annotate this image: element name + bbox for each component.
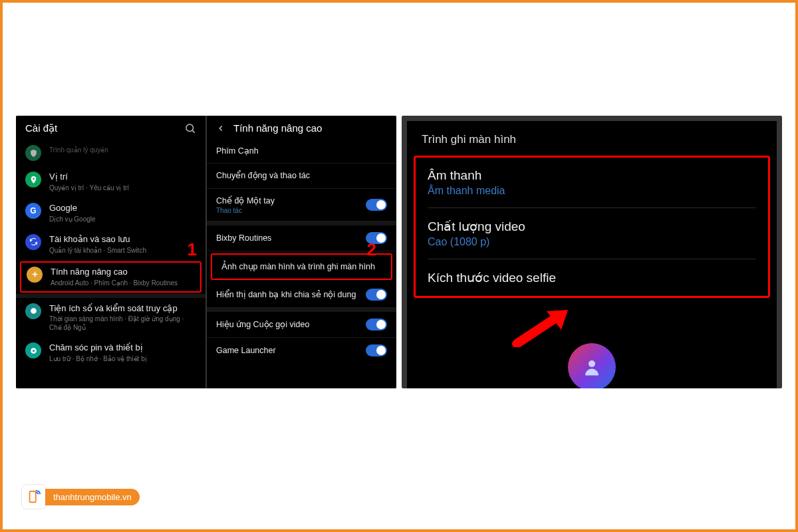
- watermark-text: thanhtrungmobile.vn: [45, 489, 140, 505]
- recorder-item-selfie-size[interactable]: Kích thước video selfie: [428, 259, 756, 296]
- settings-header: Cài đặt: [16, 116, 205, 140]
- svg-point-8: [589, 360, 595, 367]
- outer-frame: 1 2 Cài đặt Trình quản lý quyền Vị tríQu…: [0, 0, 798, 532]
- item-sub: Quyền vị trí · Yêu cầu vị trí: [49, 184, 196, 192]
- adv-item-onehand[interactable]: Chế độ Một tayThao tác: [207, 189, 396, 221]
- arrow-annotation-icon: [507, 307, 580, 347]
- item-sub: Android Auto · Phím Cạnh · Bixby Routine…: [51, 279, 195, 287]
- item-sub: Trình quản lý quyền: [49, 146, 196, 154]
- recorder-screen: Trình ghi màn hình Âm thanh Âm thanh med…: [407, 121, 777, 388]
- toggle-switch[interactable]: [366, 289, 387, 301]
- content-row: 1 2 Cài đặt Trình quản lý quyền Vị tríQu…: [16, 116, 787, 388]
- battery-icon: [25, 342, 41, 358]
- item-title: Game Launcher: [216, 345, 366, 356]
- item-title: Tiện ích số và kiểm soát truy cập: [49, 303, 196, 315]
- left-panel: 1 2 Cài đặt Trình quản lý quyền Vị tríQu…: [16, 116, 396, 388]
- google-icon: G: [25, 203, 41, 219]
- item-sub: Lưu trữ · Bộ nhớ · Bảo vệ thiết bị: [49, 354, 196, 363]
- item-title: Google: [49, 203, 196, 214]
- item-title: Tính năng nâng cao: [51, 267, 195, 278]
- adv-item-gamelauncher[interactable]: Game Launcher: [207, 338, 396, 358]
- recorder-item-quality[interactable]: Chất lượng video Cao (1080 p): [428, 208, 756, 259]
- advanced-header: Tính năng nâng cao: [207, 116, 396, 139]
- svg-line-1: [192, 130, 194, 132]
- pin-icon: [25, 172, 41, 188]
- item-title: Hiệu ứng Cuộc gọi video: [216, 319, 366, 330]
- item-title: Kích thước video selfie: [428, 270, 756, 285]
- settings-item-devicecare[interactable]: Chăm sóc pin và thiết bịLưu trữ · Bộ nhớ…: [16, 337, 205, 368]
- item-sub: Thao tác: [216, 207, 366, 214]
- adv-item-contacts-share[interactable]: Hiển thị danh bạ khi chia sẻ nội dung: [207, 282, 396, 308]
- item-title: Chuyển động và thao tác: [216, 170, 387, 181]
- toggle-switch[interactable]: [366, 344, 387, 356]
- settings-item-advanced[interactable]: Tính năng nâng caoAndroid Auto · Phím Cạ…: [20, 261, 201, 293]
- logo-icon: [27, 489, 41, 504]
- item-title: Vị trí: [49, 172, 196, 183]
- sync-icon: [25, 234, 41, 250]
- settings-item-accounts[interactable]: Tài khoản và sao lưuQuản lý tài khoản · …: [16, 229, 205, 260]
- step-badge-2: 2: [367, 239, 376, 260]
- step-badge-1: 1: [188, 239, 197, 260]
- item-title: Chế độ Một tay: [216, 196, 366, 206]
- item-title: Chất lượng video: [428, 219, 756, 234]
- person-icon: [582, 357, 602, 377]
- toggle-switch[interactable]: [366, 319, 387, 331]
- settings-item-google[interactable]: G GoogleDịch vụ Google: [16, 198, 205, 229]
- shield-icon: [25, 145, 41, 161]
- recorder-title: Trình ghi màn hình: [414, 133, 770, 156]
- svg-point-2: [33, 178, 35, 180]
- adv-item-sidekey[interactable]: Phím Cạnh: [207, 139, 396, 164]
- item-title: Bixby Routines: [216, 233, 366, 243]
- item-title: Ảnh chụp màn hình và trình ghi màn hình: [221, 261, 382, 272]
- item-title: Hiển thị danh bạ khi chia sẻ nội dung: [216, 289, 366, 300]
- svg-rect-9: [30, 491, 36, 503]
- item-value: Cao (1080 p): [428, 236, 756, 248]
- settings-item-permissions[interactable]: Trình quản lý quyền: [16, 140, 205, 166]
- avatar-circle: [568, 343, 616, 388]
- item-title: Chăm sóc pin và thiết bị: [49, 342, 196, 354]
- right-panel: Trình ghi màn hình Âm thanh Âm thanh med…: [402, 116, 782, 388]
- svg-point-5: [31, 308, 37, 314]
- item-value: Âm thanh media: [428, 185, 756, 197]
- settings-title: Cài đặt: [25, 122, 184, 134]
- wellbeing-icon: [25, 303, 41, 319]
- svg-point-0: [186, 124, 194, 132]
- adv-item-motions[interactable]: Chuyển động và thao tác: [207, 164, 396, 188]
- adv-item-screenshot-recorder[interactable]: Ảnh chụp màn hình và trình ghi màn hình: [211, 253, 392, 280]
- back-icon[interactable]: [216, 124, 225, 133]
- toggle-switch[interactable]: [366, 199, 387, 211]
- settings-item-location[interactable]: Vị tríQuyền vị trí · Yêu cầu vị trí: [16, 166, 205, 198]
- advanced-title: Tính năng nâng cao: [233, 122, 387, 134]
- watermark-logo: [21, 484, 47, 509]
- adv-item-videocall-fx[interactable]: Hiệu ứng Cuộc gọi video: [207, 312, 396, 338]
- settings-list: Trình quản lý quyền Vị tríQuyền vị trí ·…: [16, 140, 205, 388]
- watermark: thanhtrungmobile.vn: [21, 484, 140, 509]
- item-sub: Quản lý tài khoản · Smart Switch: [49, 246, 196, 255]
- item-sub: Dịch vụ Google: [49, 215, 196, 223]
- avatar-preview: [414, 343, 770, 388]
- advanced-list: Phím Cạnh Chuyển động và thao tác Chế độ…: [207, 139, 396, 388]
- plus-icon: [27, 267, 43, 283]
- recorder-item-audio[interactable]: Âm thanh Âm thanh media: [428, 158, 756, 208]
- item-title: Âm thanh: [428, 168, 756, 183]
- settings-screen: Cài đặt Trình quản lý quyền Vị tríQuyền …: [16, 116, 205, 388]
- search-icon[interactable]: [184, 122, 196, 134]
- settings-item-wellbeing[interactable]: Tiện ích số và kiểm soát truy cậpThời gi…: [16, 298, 205, 338]
- svg-point-7: [32, 350, 34, 352]
- item-sub: Thời gian sáng màn hình · Đặt giờ ứng dụ…: [49, 315, 196, 332]
- item-title: Tài khoản và sao lưu: [49, 234, 196, 245]
- item-title: Phím Cạnh: [216, 146, 387, 156]
- highlight-box: Âm thanh Âm thanh media Chất lượng video…: [414, 156, 770, 298]
